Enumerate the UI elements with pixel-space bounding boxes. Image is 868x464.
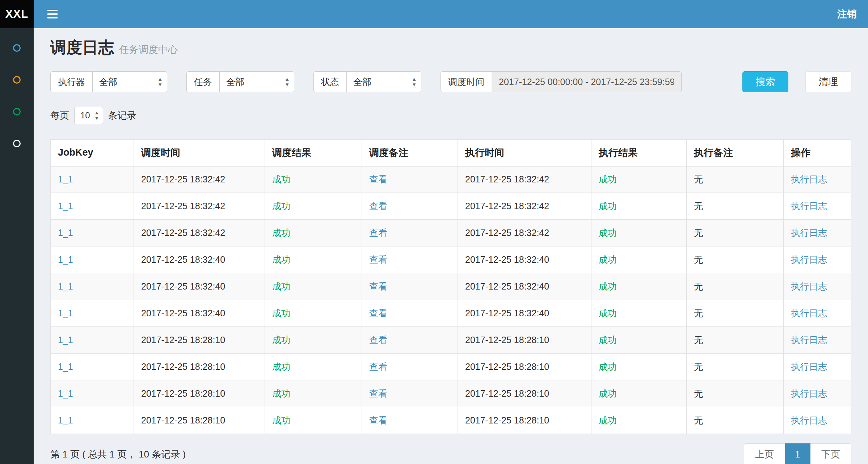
brand-logo[interactable]: XXL	[0, 0, 34, 28]
execution-log-link[interactable]: 执行日志	[791, 228, 827, 238]
trigger-time-range-input[interactable]	[492, 71, 682, 92]
handle-time-cell: 2017-12-25 18:32:42	[458, 193, 591, 220]
jobkey-link[interactable]: 1_1	[58, 201, 73, 211]
page-length-control: 每页 10 ▲▼ 条记录	[50, 107, 851, 124]
status-select[interactable]: 全部 ▲▼	[346, 71, 421, 92]
jobkey-link[interactable]: 1_1	[58, 415, 73, 425]
job-select[interactable]: 全部 ▲▼	[219, 71, 294, 92]
sidebar-toggle-button[interactable]	[46, 8, 59, 21]
log-table-body: 1_12017-12-25 18:32:42成功查看2017-12-25 18:…	[51, 166, 851, 434]
jobkey-link[interactable]: 1_1	[58, 174, 73, 184]
handle-msg-cell: 无	[687, 273, 784, 300]
page-size-select[interactable]: 10 ▲▼	[74, 107, 103, 124]
handle-time-cell: 2017-12-25 18:32:42	[458, 220, 591, 246]
pagination-next[interactable]: 下页	[810, 443, 851, 464]
main-content: 调度日志 任务调度中心 执行器 全部 ▲▼ 任务 全部	[34, 28, 868, 464]
jobkey-link-cell: 1_1	[51, 327, 134, 354]
stepper-icon: ▲▼	[94, 110, 99, 121]
jobkey-link[interactable]: 1_1	[58, 388, 73, 398]
pagination-prev[interactable]: 上页	[744, 443, 785, 464]
logout-link[interactable]: 注销	[837, 8, 857, 21]
job-select-value: 全部	[226, 76, 244, 88]
jobkey-link[interactable]: 1_1	[58, 362, 73, 372]
trigger-msg-link[interactable]: 查看	[369, 308, 387, 318]
hamburger-icon	[47, 10, 58, 11]
trigger-time-cell: 2017-12-25 18:32:40	[134, 300, 265, 327]
jobkey-link[interactable]: 1_1	[58, 281, 73, 291]
trigger-result: 成功	[265, 380, 362, 407]
trigger-msg-link[interactable]: 查看	[369, 254, 387, 265]
table-row: 1_12017-12-25 18:32:42成功查看2017-12-25 18:…	[51, 220, 851, 246]
table-row: 1_12017-12-25 18:32:42成功查看2017-12-25 18:…	[51, 166, 851, 193]
column-header: 调度结果	[265, 140, 362, 166]
jobkey-link-cell: 1_1	[51, 246, 134, 273]
execution-log-link-cell: 执行日志	[784, 380, 851, 407]
jobkey-link-cell: 1_1	[51, 166, 134, 193]
column-header: JobKey	[51, 140, 134, 166]
circle-icon	[13, 108, 21, 115]
handle-time-cell: 2017-12-25 18:28:10	[458, 380, 591, 407]
column-header: 执行结果	[591, 140, 687, 166]
executor-select[interactable]: 全部 ▲▼	[92, 71, 167, 92]
jobkey-link[interactable]: 1_1	[58, 308, 73, 318]
clear-button[interactable]: 清理	[805, 71, 851, 92]
sidebar-item-2[interactable]	[0, 64, 34, 96]
trigger-msg-link-cell: 查看	[362, 166, 458, 193]
table-row: 1_12017-12-25 18:28:10成功查看2017-12-25 18:…	[51, 407, 851, 434]
handle-time-cell: 2017-12-25 18:28:10	[458, 327, 591, 354]
handle-result: 成功	[591, 193, 687, 220]
trigger-msg-link[interactable]: 查看	[369, 201, 387, 211]
handle-msg-cell: 无	[687, 246, 784, 273]
trigger-time-cell: 2017-12-25 18:32:40	[134, 246, 265, 273]
handle-msg-cell: 无	[687, 407, 784, 434]
jobkey-link-cell: 1_1	[51, 354, 134, 380]
trigger-msg-link[interactable]: 查看	[369, 388, 387, 398]
sidebar-menu	[0, 28, 34, 159]
trigger-msg-link[interactable]: 查看	[369, 174, 387, 184]
trigger-msg-link-cell: 查看	[362, 246, 458, 273]
pagination-page-1[interactable]: 1	[785, 443, 810, 464]
jobkey-link-cell: 1_1	[51, 407, 134, 434]
search-button[interactable]: 搜索	[742, 71, 788, 92]
handle-result: 成功	[591, 327, 687, 354]
hamburger-icon	[47, 17, 58, 18]
log-table: JobKey调度时间调度结果调度备注执行时间执行结果执行备注操作 1_12017…	[50, 139, 851, 434]
execution-log-link[interactable]: 执行日志	[791, 201, 827, 211]
page-title: 调度日志 任务调度中心	[50, 37, 851, 58]
sidebar-item-4[interactable]	[0, 127, 34, 159]
trigger-result: 成功	[265, 246, 362, 273]
page-title-text: 调度日志	[50, 37, 114, 58]
execution-log-link[interactable]: 执行日志	[791, 308, 827, 318]
trigger-msg-link-cell: 查看	[362, 220, 458, 246]
execution-log-link-cell: 执行日志	[784, 407, 851, 434]
handle-result: 成功	[591, 407, 687, 434]
trigger-time-cell: 2017-12-25 18:28:10	[134, 380, 265, 407]
sidebar-item-3[interactable]	[0, 96, 34, 127]
table-row: 1_12017-12-25 18:28:10成功查看2017-12-25 18:…	[51, 327, 851, 354]
trigger-time-cell: 2017-12-25 18:28:10	[134, 354, 265, 380]
execution-log-link[interactable]: 执行日志	[791, 362, 827, 372]
trigger-time-filter-label: 调度时间	[441, 71, 492, 92]
pagination: 上页 1 下页	[744, 443, 851, 464]
trigger-result: 成功	[265, 193, 362, 220]
execution-log-link[interactable]: 执行日志	[791, 388, 827, 398]
trigger-msg-link[interactable]: 查看	[369, 335, 387, 345]
jobkey-link[interactable]: 1_1	[58, 335, 73, 345]
brand-logo-text: XXL	[5, 8, 28, 21]
sidebar-item-1[interactable]	[0, 32, 34, 64]
trigger-msg-link[interactable]: 查看	[369, 415, 387, 425]
execution-log-link-cell: 执行日志	[784, 193, 851, 220]
jobkey-link[interactable]: 1_1	[58, 254, 73, 265]
trigger-time-cell: 2017-12-25 18:32:42	[134, 193, 265, 220]
jobkey-link[interactable]: 1_1	[58, 228, 73, 238]
execution-log-link[interactable]: 执行日志	[791, 281, 827, 291]
trigger-msg-link[interactable]: 查看	[369, 362, 387, 372]
trigger-msg-link[interactable]: 查看	[369, 281, 387, 291]
table-footer: 第 1 页 ( 总共 1 页， 10 条记录 ) 上页 1 下页	[50, 443, 851, 464]
execution-log-link[interactable]: 执行日志	[791, 174, 827, 184]
column-header: 操作	[784, 140, 851, 166]
execution-log-link[interactable]: 执行日志	[791, 335, 827, 345]
trigger-msg-link[interactable]: 查看	[369, 228, 387, 238]
execution-log-link[interactable]: 执行日志	[791, 254, 827, 265]
execution-log-link[interactable]: 执行日志	[791, 415, 827, 425]
